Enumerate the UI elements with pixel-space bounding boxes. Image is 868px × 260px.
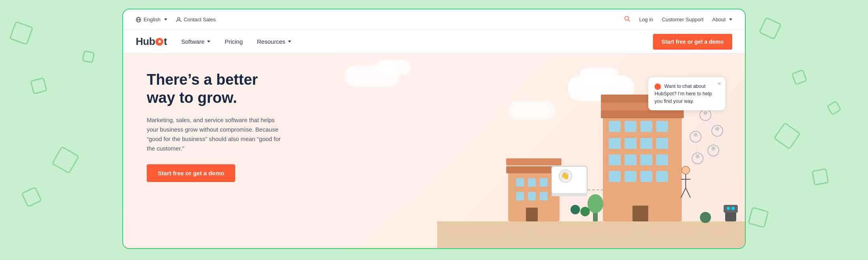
- software-label: Software: [181, 38, 204, 45]
- language-chevron: [164, 19, 167, 20]
- svg-point-55: [711, 147, 715, 150]
- hubspot-logo[interactable]: Hubt: [136, 35, 167, 48]
- svg-rect-27: [640, 138, 652, 149]
- svg-rect-26: [625, 138, 636, 149]
- svg-point-43: [682, 166, 690, 174]
- svg-rect-15: [540, 192, 548, 201]
- top-bar: English Contact Sales Log in Customer Su…: [123, 9, 745, 30]
- bg-square-8: [812, 168, 829, 186]
- svg-rect-6: [437, 221, 745, 248]
- svg-line-58: [705, 121, 717, 125]
- svg-point-65: [580, 207, 590, 216]
- search-icon[interactable]: [624, 16, 630, 23]
- login-link[interactable]: Log in: [639, 17, 653, 22]
- chat-close-button[interactable]: ✕: [717, 80, 721, 87]
- about-chevron: [729, 19, 732, 20]
- bg-square-0: [9, 21, 34, 45]
- svg-rect-13: [516, 192, 524, 201]
- nav-cta-button[interactable]: Start free or get a demo: [653, 34, 732, 50]
- nav-bar: Hubt Software Pricing Resources Start fr…: [123, 30, 745, 54]
- contact-sales-label: Contact Sales: [184, 17, 216, 22]
- svg-rect-33: [609, 171, 621, 182]
- svg-line-61: [696, 142, 698, 153]
- svg-rect-36: [656, 171, 668, 182]
- user-icon: [176, 17, 181, 22]
- hero-headline-line2: way to grow.: [147, 89, 237, 106]
- software-nav-item[interactable]: Software: [181, 38, 210, 45]
- svg-text:👋: 👋: [561, 171, 570, 180]
- bg-square-5: [759, 17, 782, 40]
- svg-rect-22: [625, 121, 636, 132]
- language-label: English: [144, 17, 161, 22]
- bg-square-6: [791, 69, 807, 85]
- pricing-label: Pricing: [224, 38, 243, 45]
- svg-point-49: [703, 111, 707, 115]
- svg-rect-42: [552, 193, 587, 196]
- bg-square-3: [21, 186, 42, 207]
- contact-sales-link[interactable]: Contact Sales: [176, 17, 216, 22]
- svg-rect-28: [656, 138, 668, 149]
- svg-line-59: [696, 121, 705, 131]
- logo-ot: t: [164, 35, 167, 48]
- bg-square-10: [827, 100, 842, 115]
- main-card: English Contact Sales Log in Customer Su…: [122, 9, 746, 249]
- svg-point-57: [696, 154, 700, 158]
- svg-rect-25: [609, 138, 621, 149]
- svg-point-66: [700, 212, 711, 223]
- svg-point-69: [727, 207, 730, 210]
- svg-point-63: [587, 194, 603, 213]
- svg-rect-12: [540, 178, 548, 187]
- svg-rect-34: [625, 171, 636, 182]
- hero-subtext: Marketing, sales, and service software t…: [147, 115, 281, 153]
- svg-rect-32: [656, 154, 668, 165]
- bg-square-9: [748, 207, 769, 228]
- hero-section: There’s a better way to grow. Marketing,…: [123, 54, 745, 248]
- pricing-nav-item[interactable]: Pricing: [224, 38, 243, 45]
- hero-cta-button[interactable]: Start free or get a demo: [147, 164, 235, 182]
- svg-rect-29: [609, 154, 621, 165]
- svg-line-5: [629, 20, 630, 22]
- software-chevron: [207, 41, 210, 43]
- svg-rect-14: [528, 192, 536, 201]
- svg-rect-21: [609, 121, 621, 132]
- bg-square-7: [773, 122, 801, 150]
- hero-text: There’s a better way to grow. Marketing,…: [147, 71, 281, 182]
- svg-point-64: [571, 205, 580, 214]
- chat-bubble-text: Want to chat about HubSpot? I’m here to …: [655, 84, 712, 104]
- nav-left: Hubt Software Pricing Resources: [136, 35, 291, 48]
- resources-chevron: [288, 41, 291, 43]
- chat-bubble: ✕ Want to chat about HubSpot? I’m here t…: [648, 77, 725, 110]
- resources-nav-item[interactable]: Resources: [257, 38, 291, 45]
- about-label: About: [712, 17, 726, 22]
- top-bar-right: Log in Customer Support About: [624, 16, 732, 23]
- cloud-2: [376, 59, 411, 75]
- globe-icon: [136, 17, 141, 22]
- svg-rect-68: [724, 205, 738, 213]
- svg-rect-31: [640, 154, 652, 165]
- customer-support-link[interactable]: Customer Support: [662, 17, 704, 22]
- svg-rect-11: [528, 178, 536, 187]
- svg-point-3: [178, 18, 180, 20]
- about-menu[interactable]: About: [712, 17, 732, 22]
- svg-rect-23: [640, 121, 652, 132]
- svg-rect-18: [601, 110, 684, 118]
- logo-spot-circle: [155, 38, 163, 46]
- svg-point-53: [694, 133, 698, 137]
- language-selector[interactable]: English: [136, 17, 167, 22]
- chat-icon: [655, 84, 661, 90]
- svg-rect-10: [516, 178, 524, 187]
- svg-rect-35: [640, 171, 652, 182]
- svg-rect-37: [632, 206, 648, 221]
- resources-label: Resources: [257, 38, 285, 45]
- svg-rect-24: [656, 121, 668, 132]
- svg-point-70: [731, 207, 735, 210]
- svg-rect-30: [625, 154, 636, 165]
- hero-headline-line1: There’s a better: [147, 71, 258, 88]
- svg-rect-9: [506, 158, 561, 165]
- bg-square-1: [30, 77, 47, 95]
- logo-hub: Hub: [136, 35, 155, 48]
- bg-square-2: [51, 146, 79, 174]
- svg-rect-16: [526, 208, 538, 221]
- svg-line-60: [713, 136, 717, 145]
- logo-spot-inner: [158, 40, 161, 43]
